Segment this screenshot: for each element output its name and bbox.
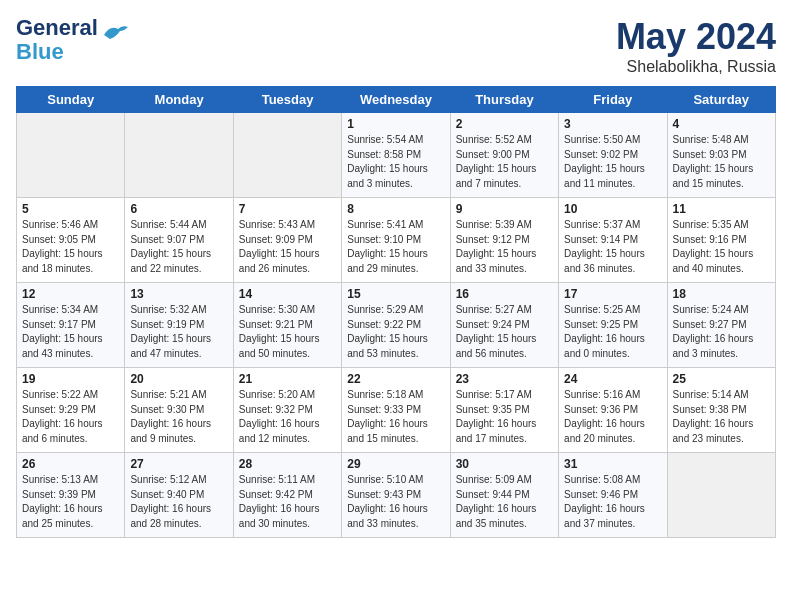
calendar-cell: 7Sunrise: 5:43 AM Sunset: 9:09 PM Daylig… <box>233 198 341 283</box>
day-number: 24 <box>564 372 661 386</box>
day-info: Sunrise: 5:35 AM Sunset: 9:16 PM Dayligh… <box>673 218 770 276</box>
weekday-header: Thursday <box>450 87 558 113</box>
day-number: 26 <box>22 457 119 471</box>
day-number: 3 <box>564 117 661 131</box>
logo: GeneralBlue <box>16 16 130 64</box>
day-number: 27 <box>130 457 227 471</box>
day-info: Sunrise: 5:27 AM Sunset: 9:24 PM Dayligh… <box>456 303 553 361</box>
calendar-week-row: 12Sunrise: 5:34 AM Sunset: 9:17 PM Dayli… <box>17 283 776 368</box>
day-number: 16 <box>456 287 553 301</box>
day-info: Sunrise: 5:25 AM Sunset: 9:25 PM Dayligh… <box>564 303 661 361</box>
title-block: May 2024 Shelabolikha, Russia <box>616 16 776 76</box>
day-info: Sunrise: 5:22 AM Sunset: 9:29 PM Dayligh… <box>22 388 119 446</box>
calendar-week-row: 5Sunrise: 5:46 AM Sunset: 9:05 PM Daylig… <box>17 198 776 283</box>
day-number: 7 <box>239 202 336 216</box>
day-number: 25 <box>673 372 770 386</box>
calendar-week-row: 26Sunrise: 5:13 AM Sunset: 9:39 PM Dayli… <box>17 453 776 538</box>
day-info: Sunrise: 5:08 AM Sunset: 9:46 PM Dayligh… <box>564 473 661 531</box>
day-info: Sunrise: 5:44 AM Sunset: 9:07 PM Dayligh… <box>130 218 227 276</box>
day-info: Sunrise: 5:48 AM Sunset: 9:03 PM Dayligh… <box>673 133 770 191</box>
weekday-header: Friday <box>559 87 667 113</box>
day-number: 12 <box>22 287 119 301</box>
weekday-header: Monday <box>125 87 233 113</box>
day-info: Sunrise: 5:34 AM Sunset: 9:17 PM Dayligh… <box>22 303 119 361</box>
calendar-cell: 13Sunrise: 5:32 AM Sunset: 9:19 PM Dayli… <box>125 283 233 368</box>
calendar-cell: 16Sunrise: 5:27 AM Sunset: 9:24 PM Dayli… <box>450 283 558 368</box>
day-info: Sunrise: 5:54 AM Sunset: 8:58 PM Dayligh… <box>347 133 444 191</box>
day-number: 10 <box>564 202 661 216</box>
weekday-header-row: SundayMondayTuesdayWednesdayThursdayFrid… <box>17 87 776 113</box>
calendar-cell: 29Sunrise: 5:10 AM Sunset: 9:43 PM Dayli… <box>342 453 450 538</box>
day-info: Sunrise: 5:18 AM Sunset: 9:33 PM Dayligh… <box>347 388 444 446</box>
day-info: Sunrise: 5:17 AM Sunset: 9:35 PM Dayligh… <box>456 388 553 446</box>
calendar-cell: 17Sunrise: 5:25 AM Sunset: 9:25 PM Dayli… <box>559 283 667 368</box>
calendar-cell: 25Sunrise: 5:14 AM Sunset: 9:38 PM Dayli… <box>667 368 775 453</box>
day-info: Sunrise: 5:20 AM Sunset: 9:32 PM Dayligh… <box>239 388 336 446</box>
day-number: 29 <box>347 457 444 471</box>
day-info: Sunrise: 5:13 AM Sunset: 9:39 PM Dayligh… <box>22 473 119 531</box>
calendar-cell: 27Sunrise: 5:12 AM Sunset: 9:40 PM Dayli… <box>125 453 233 538</box>
day-number: 28 <box>239 457 336 471</box>
day-number: 13 <box>130 287 227 301</box>
calendar-cell: 19Sunrise: 5:22 AM Sunset: 9:29 PM Dayli… <box>17 368 125 453</box>
calendar-cell: 26Sunrise: 5:13 AM Sunset: 9:39 PM Dayli… <box>17 453 125 538</box>
day-info: Sunrise: 5:14 AM Sunset: 9:38 PM Dayligh… <box>673 388 770 446</box>
day-number: 14 <box>239 287 336 301</box>
calendar-week-row: 19Sunrise: 5:22 AM Sunset: 9:29 PM Dayli… <box>17 368 776 453</box>
day-number: 17 <box>564 287 661 301</box>
calendar-cell: 14Sunrise: 5:30 AM Sunset: 9:21 PM Dayli… <box>233 283 341 368</box>
day-info: Sunrise: 5:46 AM Sunset: 9:05 PM Dayligh… <box>22 218 119 276</box>
day-info: Sunrise: 5:52 AM Sunset: 9:00 PM Dayligh… <box>456 133 553 191</box>
location-title: Shelabolikha, Russia <box>616 58 776 76</box>
calendar-cell: 9Sunrise: 5:39 AM Sunset: 9:12 PM Daylig… <box>450 198 558 283</box>
day-info: Sunrise: 5:24 AM Sunset: 9:27 PM Dayligh… <box>673 303 770 361</box>
day-info: Sunrise: 5:21 AM Sunset: 9:30 PM Dayligh… <box>130 388 227 446</box>
calendar-cell: 8Sunrise: 5:41 AM Sunset: 9:10 PM Daylig… <box>342 198 450 283</box>
calendar-table: SundayMondayTuesdayWednesdayThursdayFrid… <box>16 86 776 538</box>
day-number: 30 <box>456 457 553 471</box>
page-header: GeneralBlue May 2024 Shelabolikha, Russi… <box>16 16 776 76</box>
month-year-title: May 2024 <box>616 16 776 58</box>
calendar-cell <box>125 113 233 198</box>
calendar-cell: 15Sunrise: 5:29 AM Sunset: 9:22 PM Dayli… <box>342 283 450 368</box>
day-info: Sunrise: 5:29 AM Sunset: 9:22 PM Dayligh… <box>347 303 444 361</box>
day-info: Sunrise: 5:39 AM Sunset: 9:12 PM Dayligh… <box>456 218 553 276</box>
calendar-cell: 23Sunrise: 5:17 AM Sunset: 9:35 PM Dayli… <box>450 368 558 453</box>
day-number: 19 <box>22 372 119 386</box>
day-info: Sunrise: 5:32 AM Sunset: 9:19 PM Dayligh… <box>130 303 227 361</box>
logo-text: GeneralBlue <box>16 16 98 64</box>
calendar-cell: 1Sunrise: 5:54 AM Sunset: 8:58 PM Daylig… <box>342 113 450 198</box>
day-info: Sunrise: 5:41 AM Sunset: 9:10 PM Dayligh… <box>347 218 444 276</box>
calendar-cell: 3Sunrise: 5:50 AM Sunset: 9:02 PM Daylig… <box>559 113 667 198</box>
calendar-cell <box>667 453 775 538</box>
calendar-cell: 24Sunrise: 5:16 AM Sunset: 9:36 PM Dayli… <box>559 368 667 453</box>
calendar-cell: 28Sunrise: 5:11 AM Sunset: 9:42 PM Dayli… <box>233 453 341 538</box>
day-number: 15 <box>347 287 444 301</box>
day-info: Sunrise: 5:12 AM Sunset: 9:40 PM Dayligh… <box>130 473 227 531</box>
day-number: 20 <box>130 372 227 386</box>
day-number: 23 <box>456 372 553 386</box>
weekday-header: Tuesday <box>233 87 341 113</box>
calendar-cell: 12Sunrise: 5:34 AM Sunset: 9:17 PM Dayli… <box>17 283 125 368</box>
calendar-cell: 31Sunrise: 5:08 AM Sunset: 9:46 PM Dayli… <box>559 453 667 538</box>
calendar-cell: 10Sunrise: 5:37 AM Sunset: 9:14 PM Dayli… <box>559 198 667 283</box>
day-number: 22 <box>347 372 444 386</box>
day-number: 6 <box>130 202 227 216</box>
day-info: Sunrise: 5:16 AM Sunset: 9:36 PM Dayligh… <box>564 388 661 446</box>
day-number: 1 <box>347 117 444 131</box>
calendar-cell: 22Sunrise: 5:18 AM Sunset: 9:33 PM Dayli… <box>342 368 450 453</box>
day-info: Sunrise: 5:10 AM Sunset: 9:43 PM Dayligh… <box>347 473 444 531</box>
day-number: 18 <box>673 287 770 301</box>
weekday-header: Wednesday <box>342 87 450 113</box>
weekday-header: Saturday <box>667 87 775 113</box>
day-number: 21 <box>239 372 336 386</box>
calendar-cell: 4Sunrise: 5:48 AM Sunset: 9:03 PM Daylig… <box>667 113 775 198</box>
calendar-cell: 11Sunrise: 5:35 AM Sunset: 9:16 PM Dayli… <box>667 198 775 283</box>
calendar-cell: 30Sunrise: 5:09 AM Sunset: 9:44 PM Dayli… <box>450 453 558 538</box>
logo-bird-icon <box>102 23 130 49</box>
day-number: 5 <box>22 202 119 216</box>
day-number: 11 <box>673 202 770 216</box>
calendar-cell <box>17 113 125 198</box>
day-info: Sunrise: 5:50 AM Sunset: 9:02 PM Dayligh… <box>564 133 661 191</box>
day-number: 2 <box>456 117 553 131</box>
